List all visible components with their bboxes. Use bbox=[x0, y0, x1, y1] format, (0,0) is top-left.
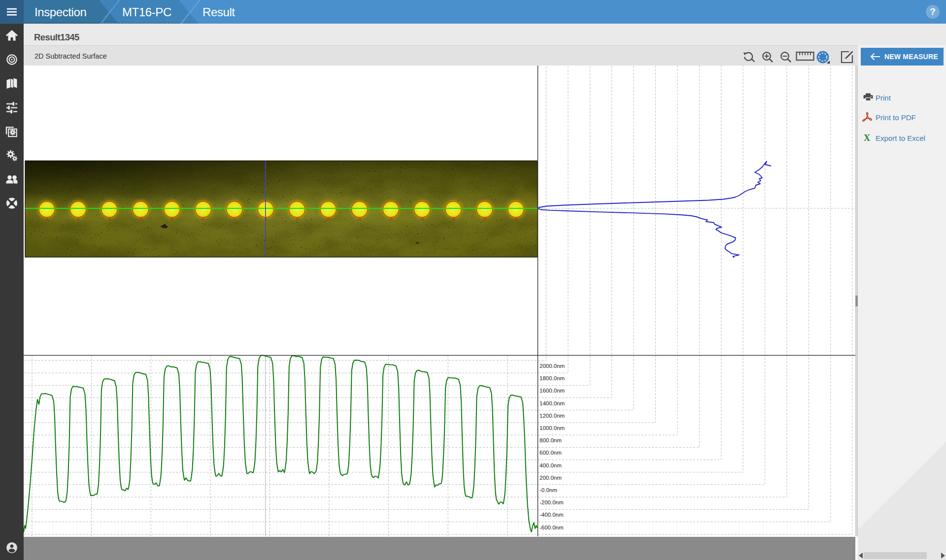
svg-text:1600.0nm: 1600.0nm bbox=[540, 388, 565, 394]
svg-text:1: 1 bbox=[46, 217, 48, 222]
svg-text:11: 11 bbox=[358, 217, 362, 222]
svg-text:4: 4 bbox=[139, 217, 142, 222]
svg-text:-0.0nm: -0.0nm bbox=[540, 487, 557, 493]
svg-text:400.0nm: 400.0nm bbox=[540, 462, 562, 468]
svg-text:2000.0nm: 2000.0nm bbox=[540, 363, 565, 369]
svg-text:14: 14 bbox=[451, 217, 456, 222]
svg-text:1400.0nm: 1400.0nm bbox=[540, 400, 565, 406]
svg-text:10: 10 bbox=[326, 217, 331, 222]
svg-text:200.0nm: 200.0nm bbox=[540, 475, 562, 481]
svg-text:13: 13 bbox=[420, 217, 424, 222]
svg-text:15: 15 bbox=[482, 217, 487, 222]
svg-text:800.0nm: 800.0nm bbox=[540, 437, 562, 443]
svg-text:16: 16 bbox=[514, 217, 518, 222]
svg-text:3: 3 bbox=[108, 217, 111, 222]
svg-text:1000.0nm: 1000.0nm bbox=[540, 425, 565, 431]
svg-text:2: 2 bbox=[77, 217, 79, 222]
svg-text:9: 9 bbox=[296, 217, 299, 222]
svg-text:X: X bbox=[864, 133, 870, 143]
svg-text:600.0nm: 600.0nm bbox=[540, 450, 562, 456]
svg-text:6: 6 bbox=[202, 217, 204, 222]
svg-text:1200.0nm: 1200.0nm bbox=[540, 413, 565, 419]
svg-text:7: 7 bbox=[234, 217, 236, 222]
svg-text:-400.0nm: -400.0nm bbox=[540, 512, 564, 518]
svg-text:5: 5 bbox=[171, 217, 173, 222]
svg-text:1800.0nm: 1800.0nm bbox=[540, 375, 565, 381]
svg-text:-200.0nm: -200.0nm bbox=[540, 499, 564, 505]
svg-text:12: 12 bbox=[389, 217, 393, 222]
svg-text:-600.0nm: -600.0nm bbox=[540, 525, 564, 530]
